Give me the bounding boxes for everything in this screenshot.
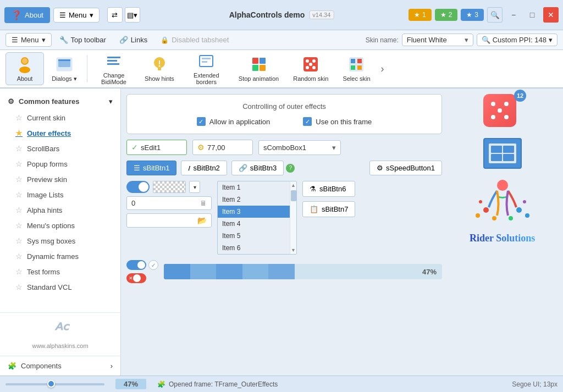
dice-badge: 12	[514, 90, 526, 102]
sspeed-button1[interactable]: ⚙ sSpeedButton1	[369, 161, 442, 175]
star3-button[interactable]: ★ 3	[461, 9, 484, 21]
number-input[interactable]: 0 🖩	[126, 196, 212, 210]
sidebar-label-popup-forms: Popup forms	[27, 160, 68, 168]
sidebar-item-preview-skin[interactable]: ☆ Preview skin	[0, 172, 120, 187]
content-area: Controlling of outer effects ✓ Allow in …	[121, 89, 563, 376]
select-skin-btn[interactable]: Selec skin	[336, 53, 377, 85]
main-panel: Controlling of outer effects ✓ Allow in …	[126, 94, 442, 370]
sidebar-item-sys-msg-boxes[interactable]: ☆ Sys msg boxes	[0, 233, 120, 249]
toggle-x-icon: ✕	[129, 275, 133, 281]
small-toggle-off[interactable]: ✕	[126, 273, 146, 283]
stop-animation-label: Stop animation	[239, 75, 279, 82]
close-button[interactable]: ✕	[543, 7, 559, 23]
sidebar-item-scrollbars[interactable]: ☆ ScrollBars	[0, 141, 120, 156]
svg-rect-15	[202, 61, 207, 63]
slider-track[interactable]	[5, 383, 104, 385]
toolbar: About Dialogs ▾ Change BidiMode	[0, 50, 563, 89]
menu-button[interactable]: ☰ Menu ▾	[53, 8, 100, 23]
scroll-down-btn[interactable]: ▼	[290, 246, 297, 254]
sidebar-item-test-forms[interactable]: ☆ Test forms	[0, 264, 120, 279]
scroll-thumb[interactable]	[291, 190, 296, 201]
sidebar-item-menus-options[interactable]: ☆ Menu's options	[0, 218, 120, 233]
titlebar-left: ❓ About ☰ Menu ▾ ⇄ ▤▾	[4, 7, 140, 23]
links-item[interactable]: 🔗 Links	[114, 34, 153, 46]
sedit1-field[interactable]: ✓ sEdit1	[126, 140, 187, 155]
sbitbtn6[interactable]: ⚗ sBitBtn6	[302, 181, 355, 197]
sidebar-item-image-lists[interactable]: ☆ Image Lists	[0, 187, 120, 202]
star-icon: ☆	[15, 236, 23, 245]
svg-point-2	[22, 58, 27, 64]
ppi-arrow: ▾	[549, 36, 553, 44]
dot	[498, 108, 502, 113]
sbitbtn1[interactable]: ☰ sBitBtn1	[126, 161, 176, 175]
dice-icon[interactable]	[483, 94, 516, 127]
scombobox1[interactable]: sComboBox1 ▾	[258, 140, 341, 155]
small-toggle-on[interactable]	[126, 260, 146, 270]
maximize-button[interactable]: □	[525, 7, 540, 23]
star2-button[interactable]: ★ 2	[435, 9, 458, 21]
sidebar-item-popup-forms[interactable]: ☆ Popup forms	[0, 156, 120, 172]
sedit2-field[interactable]: ⚙ 77,00	[192, 140, 253, 155]
list-item[interactable]: Item 6	[218, 242, 290, 254]
ppi-button[interactable]: 🔍 Custom PPI: 148 ▾	[477, 34, 558, 46]
dialogs-toolbar-btn[interactable]: Dialogs ▾	[45, 53, 84, 85]
skin-selector: Skin name: Fluent White ▾ 🔍 Custom PPI: …	[366, 34, 558, 46]
sidebar-item-dynamic-frames[interactable]: ☆ Dynamic frames	[0, 249, 120, 264]
toolbar-more-btn[interactable]: ›	[378, 63, 387, 75]
svg-point-23	[312, 59, 316, 63]
random-skin-btn[interactable]: Random skin	[286, 53, 335, 85]
show-hints-btn[interactable]: Show hints	[138, 53, 181, 85]
dot	[491, 108, 495, 113]
star3-label: 3	[474, 11, 478, 19]
about-button[interactable]: ❓ About	[4, 7, 50, 23]
star-filled-icon: ★	[15, 129, 23, 137]
sidebar-item-outer-effects[interactable]: ★ Outer effects	[0, 125, 120, 141]
scroll-up-btn[interactable]: ▲	[290, 181, 297, 189]
change-bidi-btn[interactable]: Change BidiMode	[91, 50, 137, 88]
stop-animation-btn[interactable]: Stop animation	[232, 53, 285, 85]
dialogs-toolbar-icon	[56, 56, 73, 73]
transfer-icon-btn[interactable]: ⇄	[107, 7, 123, 23]
dot	[491, 115, 495, 119]
sbitbtn7[interactable]: 📋 sBitBtn7	[302, 201, 355, 217]
menu-label: Menu	[69, 11, 87, 19]
listbox-scrollbar[interactable]: ▲ ▼	[290, 181, 296, 254]
sidebar-components-item[interactable]: 🧩 Components ›	[0, 356, 120, 376]
sidebar-common-features-header[interactable]: ⚙ Common features ▾	[0, 93, 120, 110]
toggle-switch-on[interactable]	[126, 181, 150, 193]
listbox-items: Item 1 Item 2 Item 3 Item 4 Item 5 Item …	[218, 181, 290, 254]
minimize-button[interactable]: −	[506, 7, 521, 23]
toggle-thumb	[139, 182, 148, 192]
about-toolbar-btn[interactable]: About	[5, 52, 44, 85]
top-toolbar-item[interactable]: 🔧 Top toolbar	[54, 34, 112, 46]
list-item[interactable]: Item 1	[218, 181, 290, 194]
titlebar-center: AlphaControls demo v14.34	[229, 10, 334, 19]
menu-menu-item[interactable]: ☰ Menu ▾	[5, 33, 52, 47]
extended-borders-btn[interactable]: Extended borders	[182, 50, 231, 88]
allow-checkbox[interactable]: ✓ Allow in application	[197, 117, 271, 126]
main-layout: ⚙ Common features ▾ ☆ Current skin ★ Out…	[0, 89, 563, 376]
list-item[interactable]: Item 4	[218, 218, 290, 230]
bidi-btn-icon: ☰	[134, 164, 140, 172]
use-frame-checkbox[interactable]: ✓ Use on this frame	[303, 117, 372, 126]
sbitbtn3[interactable]: 🔗 sBitBtn3	[231, 161, 284, 175]
sbitbtn2[interactable]: 𝐼 sBitBtn2	[181, 161, 227, 175]
search-button[interactable]: 🔍	[487, 7, 503, 23]
monitor-icon[interactable]	[483, 138, 522, 169]
sidebar-label-preview-skin: Preview skin	[27, 175, 67, 184]
dot	[498, 102, 502, 106]
slider-thumb[interactable]	[47, 380, 55, 388]
sidebar-item-current-skin[interactable]: ☆ Current skin	[0, 110, 120, 125]
list-item[interactable]: Item 5	[218, 230, 290, 242]
layout-icon-btn[interactable]: ▤▾	[125, 7, 140, 23]
skin-dropdown[interactable]: Fluent White ▾	[402, 34, 473, 46]
file-input[interactable]: 📂	[126, 213, 212, 228]
input-controls-row: ✓ sEdit1 ⚙ 77,00 sComboBox1 ▾	[126, 140, 442, 155]
star1-button[interactable]: ★ 1	[409, 9, 432, 21]
sidebar-item-standard-vcl[interactable]: ☆ Standard VCL	[0, 279, 120, 295]
list-item[interactable]: Item 2	[218, 194, 290, 206]
color-dropdown-btn[interactable]: ▾	[189, 181, 200, 193]
sidebar-item-alpha-hints[interactable]: ☆ Alpha hints	[0, 202, 120, 218]
menubar: ☰ Menu ▾ 🔧 Top toolbar 🔗 Links 🔒 Disable…	[0, 30, 563, 50]
list-item-selected[interactable]: Item 3	[218, 206, 290, 218]
